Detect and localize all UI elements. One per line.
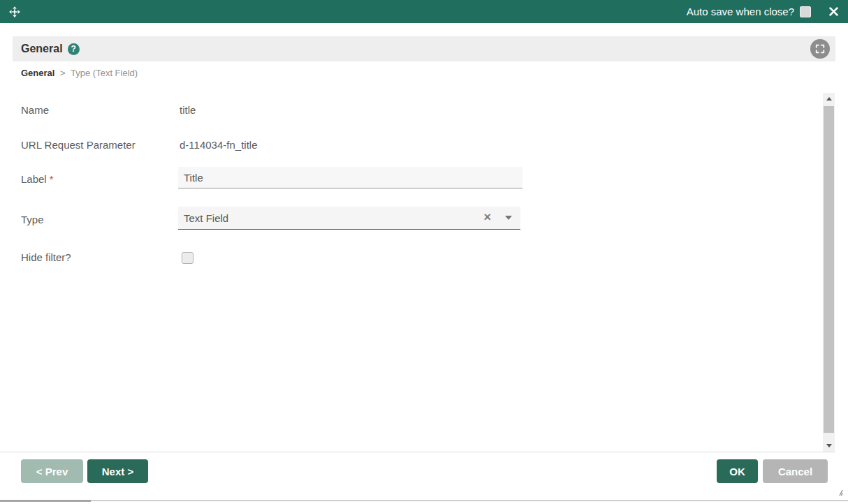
next-button[interactable]: Next >	[87, 459, 148, 483]
type-select[interactable]: Text Field ×	[178, 207, 520, 230]
name-value: title	[180, 104, 196, 116]
section-header: General ?	[13, 36, 835, 61]
name-label: Name	[21, 104, 49, 116]
prev-button[interactable]: < Prev	[21, 459, 83, 483]
clear-icon[interactable]: ×	[483, 209, 491, 225]
type-select-value: Text Field	[184, 212, 228, 224]
filter-settings-dialog: Auto save when close? General ? General …	[0, 0, 848, 504]
hide-filter-checkbox[interactable]	[182, 252, 193, 264]
breadcrumb-separator: >	[60, 68, 66, 78]
help-icon[interactable]: ?	[68, 43, 80, 55]
scrollbar-down-icon[interactable]	[823, 440, 835, 452]
scrollbar-up-icon[interactable]	[823, 93, 835, 105]
resize-handle[interactable]	[835, 487, 843, 499]
section-title: General	[21, 43, 63, 55]
required-asterisk: *	[50, 173, 54, 185]
breadcrumb-item-general[interactable]: General	[21, 68, 54, 78]
type-field-label: Type	[21, 214, 44, 225]
autosave-label: Auto save when close?	[687, 6, 794, 17]
url-request-parameter-label: URL Request Parameter	[21, 139, 136, 151]
breadcrumb: General > Type (Text Field)	[21, 68, 138, 78]
background-page-edge	[0, 501, 848, 501]
close-icon[interactable]	[829, 7, 838, 16]
breadcrumb-item-type: Type (Text Field)	[71, 68, 138, 78]
fullscreen-expand-icon[interactable]	[810, 39, 830, 59]
footer-divider	[0, 452, 835, 452]
move-icon[interactable]	[8, 6, 21, 18]
ok-button[interactable]: OK	[717, 459, 758, 483]
cancel-button[interactable]: Cancel	[763, 459, 828, 483]
vertical-scrollbar[interactable]	[823, 93, 835, 452]
label-input[interactable]	[178, 167, 522, 188]
scrollbar-thumb[interactable]	[824, 106, 834, 433]
label-field-label: Label*	[21, 173, 54, 185]
dialog-titlebar: Auto save when close?	[0, 0, 848, 23]
hide-filter-label: Hide filter?	[21, 251, 71, 263]
autosave-checkbox[interactable]	[800, 6, 811, 17]
url-request-parameter-value: d-114034-fn_title	[180, 139, 257, 151]
label-field-label-text: Label	[21, 173, 47, 185]
chevron-down-icon[interactable]	[505, 216, 512, 220]
